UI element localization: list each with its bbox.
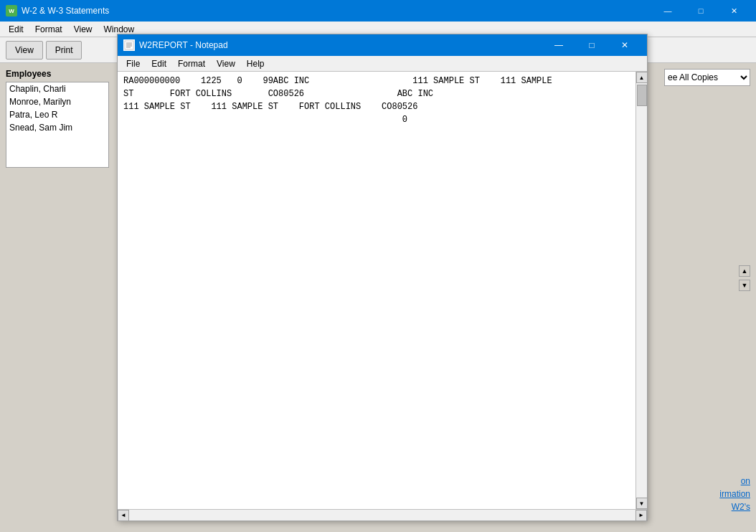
notepad-scroll-up-button[interactable]: ▲ bbox=[636, 72, 648, 83]
notepad-minimize-button[interactable]: — bbox=[542, 34, 575, 56]
notepad-vertical-scrollbar: ▲ ▼ bbox=[635, 72, 647, 509]
notepad-title: W2REPORT - Notepad bbox=[139, 40, 542, 50]
notepad-scroll-left-button[interactable]: ◄ bbox=[118, 510, 129, 521]
employees-header: Employees bbox=[6, 69, 109, 79]
menu-format[interactable]: Format bbox=[29, 23, 68, 36]
notepad-scroll-down-button[interactable]: ▼ bbox=[636, 498, 648, 509]
notepad-horizontal-scrollbar: ◄ ► bbox=[118, 509, 647, 521]
view-button[interactable]: View bbox=[6, 41, 43, 60]
notepad-window-controls: — □ ✕ bbox=[542, 34, 641, 56]
notepad-menu-format[interactable]: Format bbox=[172, 57, 211, 70]
notepad-scroll-right-button[interactable]: ► bbox=[635, 510, 647, 521]
menu-edit[interactable]: Edit bbox=[3, 23, 29, 36]
employee-item[interactable]: Patra, Leo R bbox=[6, 108, 108, 121]
link-on[interactable]: on bbox=[741, 476, 750, 486]
employee-item[interactable]: Monroe, Marilyn bbox=[6, 95, 108, 108]
link-w2s[interactable]: W2's bbox=[732, 502, 750, 512]
app-maximize-button[interactable]: □ bbox=[684, 0, 717, 22]
app-icon: W bbox=[6, 5, 17, 16]
notepad-menu-edit[interactable]: Edit bbox=[146, 57, 172, 70]
notepad-menu-file[interactable]: File bbox=[121, 57, 146, 70]
notepad-window: W2REPORT - Notepad — □ ✕ File Edit Forma… bbox=[117, 34, 648, 521]
svg-rect-2 bbox=[125, 41, 133, 49]
notepad-menu-bar: File Edit Format View Help bbox=[118, 56, 647, 72]
copies-select[interactable]: ee All Copies bbox=[664, 69, 750, 86]
notepad-text-area[interactable]: RA000000000 1225 0 99ABC INC 111 SAMPLE … bbox=[118, 72, 635, 509]
notepad-close-button[interactable]: ✕ bbox=[608, 34, 641, 56]
notepad-icon bbox=[123, 39, 135, 51]
app-window-controls: — □ ✕ bbox=[651, 0, 750, 22]
link-irmation[interactable]: irmation bbox=[719, 489, 750, 499]
employee-item[interactable]: Snead, Sam Jim bbox=[6, 121, 108, 134]
employee-item[interactable]: Chaplin, Charli bbox=[6, 82, 108, 95]
notepad-maximize-button[interactable]: □ bbox=[575, 34, 608, 56]
menu-view[interactable]: View bbox=[68, 23, 98, 36]
notepad-menu-help[interactable]: Help bbox=[241, 57, 270, 70]
scroll-down-button[interactable]: ▼ bbox=[739, 280, 750, 291]
app-window: W W-2 & W-3 Statements — □ ✕ Edit Format… bbox=[0, 0, 756, 532]
app-title-bar: W W-2 & W-3 Statements — □ ✕ bbox=[0, 0, 756, 22]
app-close-button[interactable]: ✕ bbox=[717, 0, 750, 22]
scroll-area: ▲ ▼ bbox=[739, 265, 750, 291]
notepad-hscrollbar-track[interactable] bbox=[129, 510, 635, 521]
right-links: on irmation W2's bbox=[719, 476, 750, 526]
notepad-title-bar: W2REPORT - Notepad — □ ✕ bbox=[118, 34, 647, 56]
left-panel: Employees Chaplin, Charli Monroe, Marily… bbox=[0, 63, 115, 532]
scroll-up-button[interactable]: ▲ bbox=[739, 265, 750, 277]
notepad-scrollbar-thumb[interactable] bbox=[637, 85, 647, 106]
employee-list[interactable]: Chaplin, Charli Monroe, Marilyn Patra, L… bbox=[6, 82, 109, 168]
print-button[interactable]: Print bbox=[46, 41, 82, 60]
svg-text:W: W bbox=[9, 8, 14, 14]
app-title: W-2 & W-3 Statements bbox=[22, 6, 651, 16]
notepad-body: RA000000000 1225 0 99ABC INC 111 SAMPLE … bbox=[118, 72, 647, 509]
notepad-scrollbar-track[interactable] bbox=[636, 83, 648, 498]
notepad-menu-view[interactable]: View bbox=[211, 57, 241, 70]
app-minimize-button[interactable]: — bbox=[651, 0, 684, 22]
